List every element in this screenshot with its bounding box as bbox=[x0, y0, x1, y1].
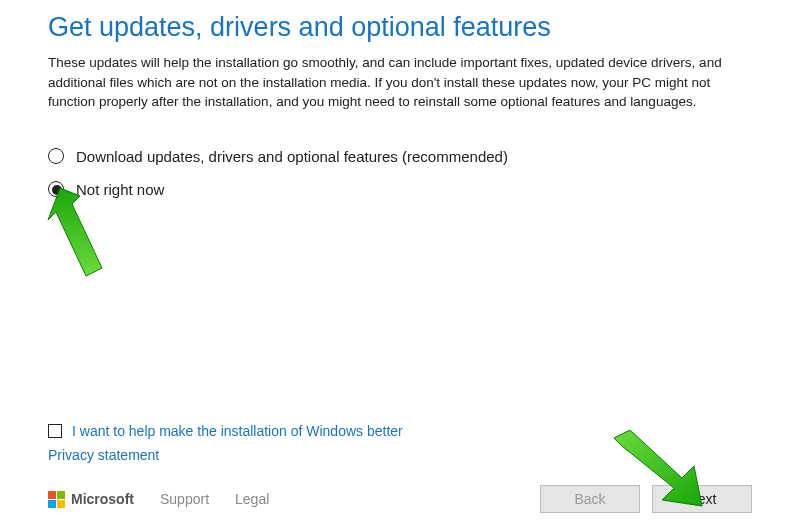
radio-download-label: Download updates, drivers and optional f… bbox=[76, 148, 508, 165]
radio-not-now-label: Not right now bbox=[76, 181, 164, 198]
help-improve-checkbox[interactable] bbox=[48, 424, 62, 438]
page-title: Get updates, drivers and optional featur… bbox=[48, 12, 752, 43]
next-button[interactable]: Next bbox=[652, 485, 752, 513]
radio-icon bbox=[48, 181, 64, 197]
microsoft-logo-icon bbox=[48, 491, 65, 508]
radio-icon bbox=[48, 148, 64, 164]
back-button: Back bbox=[540, 485, 640, 513]
svg-marker-0 bbox=[48, 188, 102, 276]
privacy-statement-link[interactable]: Privacy statement bbox=[48, 447, 752, 463]
legal-link[interactable]: Legal bbox=[235, 491, 269, 507]
microsoft-brand-label: Microsoft bbox=[71, 491, 134, 507]
page-description: These updates will help the installation… bbox=[48, 53, 752, 112]
support-link[interactable]: Support bbox=[160, 491, 209, 507]
annotation-arrow-icon bbox=[28, 182, 118, 292]
help-improve-label[interactable]: I want to help make the installation of … bbox=[72, 423, 403, 439]
radio-not-right-now[interactable]: Not right now bbox=[48, 181, 752, 198]
radio-download-updates[interactable]: Download updates, drivers and optional f… bbox=[48, 148, 752, 165]
microsoft-logo: Microsoft bbox=[48, 491, 134, 508]
